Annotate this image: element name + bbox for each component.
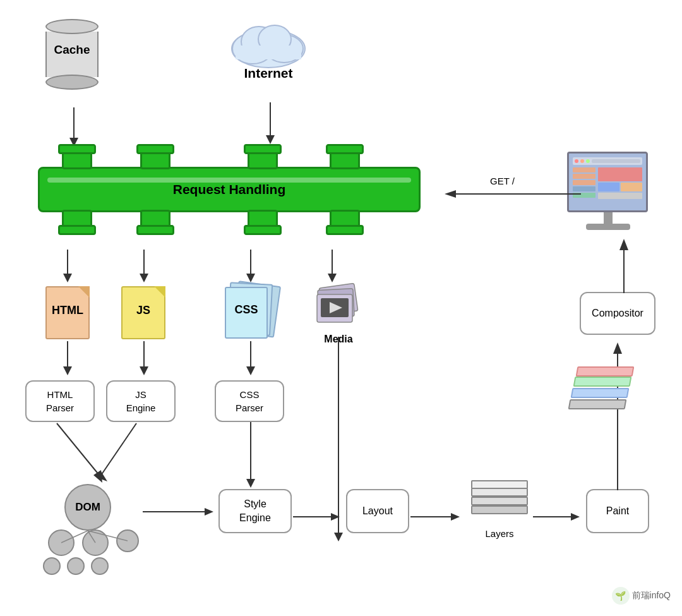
pipe-request-handling: Request Handling [14,149,443,230]
diagram: Cache Internet Request Handling [0,0,682,616]
html-parser-box: HTML Parser [25,380,95,422]
layers-node: Layers [465,478,534,541]
svg-marker-28 [140,366,148,375]
layout-label: Layout [362,505,393,517]
svg-marker-38 [246,479,255,488]
html-file-label: HTML [52,304,83,317]
svg-marker-19 [328,274,337,282]
arrow-pipe-to-media [326,250,338,286]
style-engine-label: Style Engine [239,497,271,526]
svg-marker-17 [246,274,255,282]
svg-line-39 [61,531,88,543]
compositor-label: Compositor [592,308,643,319]
style-engine-box: Style Engine [218,489,292,533]
svg-marker-47 [451,513,460,521]
color-layers-node [566,366,635,423]
arrow-pipe-to-js [138,250,150,286]
get-label: GET / [490,176,515,186]
svg-marker-30 [246,366,255,375]
dom-node: DOM [39,484,140,579]
cloud-icon [224,14,313,71]
watermark: 🌱 前瑞infoQ [612,587,671,605]
svg-marker-9 [266,135,275,144]
cache-label: Cache [54,43,90,57]
arrow-css-parser-to-style-engine [244,422,257,492]
svg-marker-36 [93,470,102,483]
cache-node: Cache [45,19,99,90]
watermark-icon: 🌱 [612,587,630,605]
svg-marker-45 [331,513,340,521]
arrow-css-to-parser [244,341,257,379]
js-file-icon: JS [121,286,165,339]
svg-marker-49 [571,513,580,521]
svg-marker-11 [445,190,456,198]
arrow-style-to-layout [293,510,345,523]
arrow-engine-to-dom [87,421,144,490]
arrow-js-to-engine [138,341,150,379]
css-parser-box: CSS Parser [215,380,284,422]
svg-marker-32 [334,533,343,541]
svg-marker-43 [205,508,213,516]
compositor-box: Compositor [580,292,655,335]
layers-label: Layers [485,528,513,539]
css-file-label: CSS [234,303,258,317]
arrow-get-to-pipe [442,188,581,200]
svg-marker-51 [613,342,622,354]
internet-label: Internet [244,66,292,81]
arrow-dom-to-style-engine [143,505,218,518]
arrow-layers-to-paint [533,510,585,523]
arrow-layout-to-layers [410,510,465,523]
html-file-icon: HTML [45,286,90,339]
arrow-pipe-to-html [61,250,74,286]
arrow-compositor-to-monitor [618,236,630,294]
svg-rect-7 [236,45,301,59]
watermark-text: 前瑞infoQ [632,590,671,601]
svg-marker-15 [140,274,148,282]
svg-marker-53 [619,239,628,250]
svg-line-35 [99,423,136,479]
arrow-internet-to-pipe [264,102,277,149]
css-file-icon: CSS [222,283,278,342]
svg-marker-13 [63,274,72,282]
request-handling-label: Request Handling [173,182,286,197]
js-engine-box: JS Engine [106,380,176,422]
paint-box: Paint [586,489,649,533]
arrow-pipe-to-css [244,250,257,286]
js-file-label: JS [136,304,150,317]
svg-marker-26 [63,366,72,375]
paint-label: Paint [606,505,629,517]
internet-node: Internet [224,14,313,81]
layout-box: Layout [346,489,409,533]
arrow-html-to-parser [61,341,74,379]
media-icon: Media [313,283,364,345]
